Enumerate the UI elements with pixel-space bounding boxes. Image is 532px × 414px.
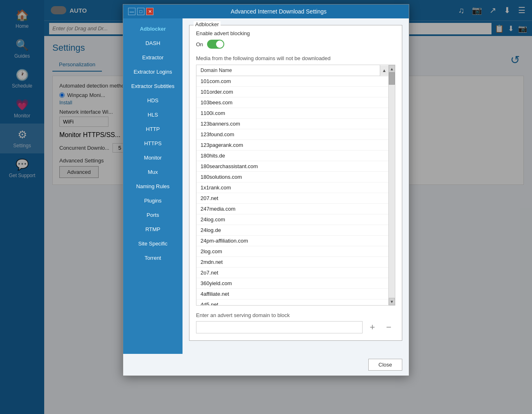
modal-overlay: — □ ✕ Advanced Internet Download Setting… [0,0,532,414]
nav-dash[interactable]: DASH [123,36,183,50]
domain-table-header: Domain Name ▲ [196,65,388,76]
modal-window-buttons: — □ ✕ [128,8,153,15]
close-titlebar-button[interactable]: ✕ [146,8,153,15]
list-item[interactable]: 123found.com [196,129,388,140]
minimize-button[interactable]: — [128,8,135,15]
nav-naming-rules[interactable]: Naming Rules [123,179,183,194]
advanced-settings-modal: — □ ✕ Advanced Internet Download Setting… [123,4,409,376]
domain-info: Media from the following domains will no… [196,55,395,61]
list-item[interactable]: 4affiliate.net [196,289,388,299]
nav-http[interactable]: HTTP [123,122,183,136]
list-item[interactable]: 101order.com [196,87,388,97]
scrollbar-track [389,72,395,298]
nav-ports[interactable]: Ports [123,208,183,222]
modal-footer: Close [123,354,409,376]
adblocker-legend: Adblocker [194,21,221,27]
list-item[interactable]: 2o7.net [196,268,388,278]
nav-extractor-logins[interactable]: Extractor Logins [123,65,183,79]
list-item[interactable]: 180solutions.com [196,172,388,182]
domain-table: Domain Name ▲ 101com.com101order.com103b… [196,65,395,306]
remove-domain-button[interactable]: − [382,321,395,334]
list-item[interactable]: 2mdn.net [196,257,388,268]
add-domain-button[interactable]: + [366,321,379,334]
on-label: On [196,41,203,47]
list-item[interactable]: 207.net [196,193,388,204]
close-button[interactable]: Close [368,359,402,371]
nav-torrent[interactable]: Torrent [123,251,183,265]
list-item[interactable]: 1x1rank.com [196,182,388,193]
add-domain-input[interactable] [196,321,363,333]
list-item[interactable]: 1100i.com [196,108,388,119]
scrollbar-thumb[interactable] [389,72,395,85]
nav-hls[interactable]: HLS [123,108,183,122]
nav-monitor[interactable]: Monitor [123,151,183,165]
domain-sort-button[interactable]: ▲ [380,65,388,75]
enable-section: Enable advert blocking On [196,30,395,49]
enable-toggle-row: On [196,40,395,49]
nav-extractor[interactable]: Extractor [123,50,183,65]
restore-button[interactable]: □ [137,8,144,15]
nav-site-specific[interactable]: Site Specific [123,236,183,251]
modal-title: Advanced Internet Download Settings [153,8,404,15]
list-item[interactable]: 2log.com [196,246,388,257]
list-item[interactable]: 123banners.com [196,119,388,129]
adblock-toggle[interactable] [207,40,224,49]
list-item[interactable]: 360yield.com [196,278,388,289]
domain-table-scroll: Domain Name ▲ 101com.com101order.com103b… [196,65,395,305]
list-item[interactable]: 180hits.de [196,151,388,161]
list-item[interactable]: 123pagerank.com [196,140,388,151]
nav-hds[interactable]: HDS [123,93,183,108]
modal-main-content: Adblocker Enable advert blocking On Medi… [183,18,409,354]
list-item[interactable]: 4d5.net [196,299,388,305]
domain-col-header: Domain Name [196,65,380,76]
nav-rtmp[interactable]: RTMP [123,222,183,236]
scrollbar-down-button[interactable]: ▼ [389,298,395,305]
nav-mux[interactable]: Mux [123,165,183,179]
add-domain-row: + − [196,321,395,334]
nav-plugins[interactable]: Plugins [123,194,183,208]
modal-nav: Adblocker DASH Extractor Extractor Login… [123,18,183,354]
modal-body: Adblocker DASH Extractor Extractor Login… [123,18,409,354]
domain-list[interactable]: 101com.com101order.com103bees.com1100i.c… [196,76,388,305]
nav-https[interactable]: HTTPS [123,136,183,151]
list-item[interactable]: 180searchassistant.com [196,161,388,172]
enable-label: Enable advert blocking [196,30,395,36]
list-item[interactable]: 24pm-affiliation.com [196,236,388,246]
scrollbar-up-button[interactable]: ▲ [389,65,395,72]
modal-titlebar: — □ ✕ Advanced Internet Download Setting… [123,4,409,18]
domain-table-inner: Domain Name ▲ 101com.com101order.com103b… [196,65,388,305]
list-item[interactable]: 24log.com [196,214,388,225]
adblocker-group: Adblocker Enable advert blocking On Medi… [189,25,402,341]
list-item[interactable]: 103bees.com [196,97,388,108]
list-item[interactable]: 247media.com [196,204,388,214]
domain-scrollbar: ▲ ▼ [388,65,395,305]
nav-adblocker[interactable]: Adblocker [123,22,183,36]
add-domain-label: Enter an advert serving domain to block [196,312,395,318]
nav-extractor-subtitles[interactable]: Extractor Subtitles [123,79,183,93]
list-item[interactable]: 24log.de [196,225,388,236]
list-item[interactable]: 101com.com [196,76,388,87]
